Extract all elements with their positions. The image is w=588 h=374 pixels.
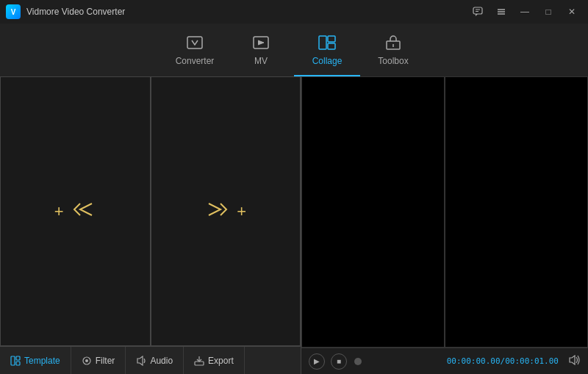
filter-btn[interactable]: Filter: [71, 347, 126, 374]
collage-cell-left[interactable]: +: [0, 76, 151, 346]
main-content: +: [0, 76, 588, 374]
time-display: 00:00:00.00/00:00:01.00: [447, 356, 559, 366]
tab-toolbox[interactable]: Toolbox: [360, 24, 426, 76]
arrow-left-icon: [70, 199, 96, 223]
svg-rect-14: [16, 356, 20, 360]
svg-rect-9: [328, 36, 335, 42]
template-btn[interactable]: Template: [0, 347, 71, 374]
chat-icon-btn[interactable]: [467, 4, 488, 19]
volume-icon[interactable]: [569, 355, 581, 367]
left-toolbar: Template Filter Audio: [0, 346, 301, 374]
arrow-right-icon: [204, 199, 231, 223]
right-panel: ▶ ■ 00:00:00.00/00:00:01.00: [301, 76, 588, 374]
left-panel: +: [0, 76, 301, 374]
minimize-btn[interactable]: —: [514, 4, 535, 19]
tab-mv[interactable]: MV: [228, 24, 294, 76]
preview-right: [445, 76, 588, 348]
menu-icon-btn[interactable]: [491, 4, 512, 19]
preview-left: [301, 76, 445, 348]
svg-marker-18: [137, 356, 143, 365]
svg-rect-15: [16, 362, 20, 365]
play-btn[interactable]: ▶: [309, 353, 325, 370]
tab-collage[interactable]: Collage: [294, 24, 360, 76]
collage-editor: +: [0, 76, 301, 346]
audio-btn[interactable]: Audio: [126, 347, 184, 374]
stop-btn[interactable]: ■: [331, 353, 347, 370]
cell-left-icons: +: [54, 199, 96, 223]
titlebar: V Vidmore Video Converter — □ ✕: [0, 0, 588, 24]
cell-right-icons: +: [204, 199, 246, 223]
svg-rect-10: [328, 43, 335, 49]
plus-icon-left: +: [54, 202, 64, 221]
svg-marker-21: [570, 356, 575, 364]
tab-converter[interactable]: Converter: [162, 24, 228, 76]
preview-area: [301, 76, 588, 348]
svg-rect-6: [187, 37, 202, 48]
collage-cell-right[interactable]: +: [151, 76, 301, 346]
app-logo: V: [6, 4, 21, 19]
plus-icon-right: +: [237, 202, 246, 221]
close-btn[interactable]: ✕: [562, 4, 582, 19]
nav-tabs: Converter MV Collage Toolbox: [0, 24, 588, 76]
svg-rect-8: [319, 36, 326, 49]
svg-rect-13: [11, 356, 15, 365]
export-toolbar-btn[interactable]: Export: [184, 347, 245, 374]
preview-controls: ▶ ■ 00:00:00.00/00:00:01.00: [301, 348, 588, 374]
svg-point-17: [85, 359, 88, 362]
titlebar-left: V Vidmore Video Converter: [6, 4, 125, 19]
app-title: Vidmore Video Converter: [26, 7, 125, 17]
progress-dot: [354, 358, 362, 365]
svg-rect-0: [473, 7, 482, 14]
maximize-btn[interactable]: □: [538, 4, 559, 19]
titlebar-controls: — □ ✕: [467, 4, 582, 19]
